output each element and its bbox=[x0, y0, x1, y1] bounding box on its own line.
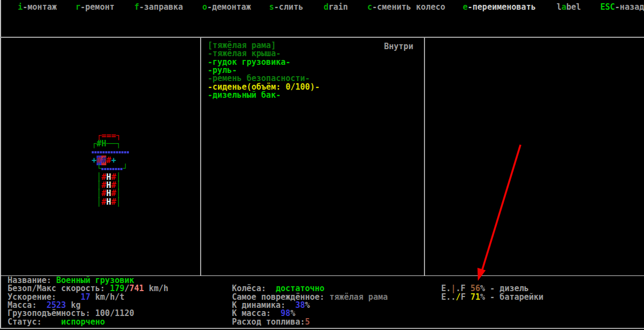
vehicle-art-row: ┌#H──┐ bbox=[92, 140, 129, 148]
menu-item-siphon[interactable]: s-слить bbox=[269, 2, 303, 12]
vehicle-art-row: │#H#│ bbox=[92, 198, 129, 206]
status-panel-general: Название: Военный грузовикБезоп/Макс ско… bbox=[8, 277, 168, 326]
panel-divider-left bbox=[200, 38, 201, 275]
menu-item-rename[interactable]: e-переименовать bbox=[463, 2, 536, 12]
menu-item-remove[interactable]: o-демонтаж bbox=[202, 2, 251, 12]
left-border-line bbox=[0, 0, 1, 328]
part-list-item[interactable]: -дизельный бак- bbox=[208, 91, 320, 99]
menu-item-drain[interactable]: drain bbox=[324, 2, 348, 12]
vehicle-ascii-art: ┌===┐┌#H──┐+###+ └┘ │#H#│ │#H#│ │#H#│ │#… bbox=[92, 132, 129, 206]
menu-item-label[interactable]: label bbox=[557, 2, 581, 12]
menu-bar: i-монтажr-ремонтf-заправкаo-демонтажs-сл… bbox=[0, 2, 644, 12]
status-panel-fuel-gauges: E.|.F 56% - дизельE../F 71% - батарейки bbox=[441, 277, 544, 301]
panel-divider-right bbox=[424, 38, 425, 275]
menu-item-refill[interactable]: f-заправка bbox=[134, 2, 183, 12]
menu-separator-line bbox=[0, 37, 644, 38]
bottom-border-line bbox=[0, 328, 644, 329]
status-row: Расход топлива:5 bbox=[232, 318, 388, 326]
status-panel-condition: Колёса: достаточноСамое повреждённое: тя… bbox=[232, 277, 388, 326]
menu-item-back[interactable]: ESC-назад bbox=[600, 2, 644, 12]
vehicle-parts-list: [тяжёлая рама]-тяжёлая крыша--гудок груз… bbox=[208, 42, 320, 99]
status-row: Статус: испорчено bbox=[8, 318, 168, 326]
vehicle-interaction-screen: i-монтажr-ремонтf-заправкаo-демонтажs-сл… bbox=[0, 0, 644, 330]
menu-item-install[interactable]: i-монтаж bbox=[18, 2, 57, 12]
inside-label: Внутри bbox=[384, 42, 413, 51]
fuel-gauge-row: E../F 71% - батарейки bbox=[441, 293, 544, 301]
menu-item-change-tire[interactable]: c-сменить колесо bbox=[367, 2, 446, 12]
menu-item-repair[interactable]: r-ремонт bbox=[76, 2, 114, 12]
